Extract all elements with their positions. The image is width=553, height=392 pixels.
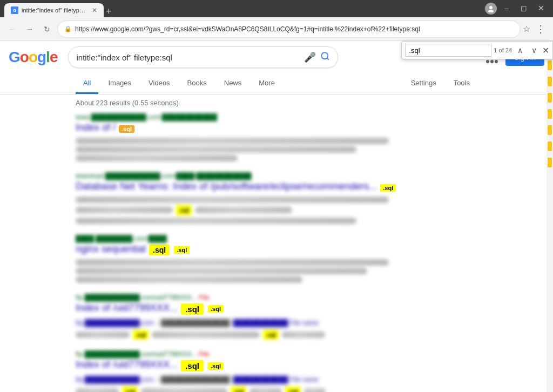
find-next-button[interactable]: ∨ xyxy=(528,44,540,56)
result-item: download.████████████.com/████/█████████… xyxy=(76,172,477,224)
result-snippet: .sql xyxy=(76,197,400,224)
result-snippet xyxy=(76,259,400,283)
result-title[interactable]: nginx sequential xyxy=(76,244,146,255)
search-box[interactable]: intitle:"index of" filetype:sql 🎤 xyxy=(68,46,338,68)
sql-badge-y5c: .sql xyxy=(231,387,246,392)
yellow-block xyxy=(548,93,552,103)
tab-images[interactable]: Images xyxy=(100,73,139,94)
sql-badge-y5a: .sql xyxy=(208,362,224,370)
tab-videos[interactable]: Videos xyxy=(141,73,178,94)
yellow-block xyxy=(548,109,552,119)
result-title[interactable]: Index of /uid7799XXX... xyxy=(76,359,178,370)
search-tabs: All Images Videos Books News More Settin… xyxy=(0,73,553,94)
find-input[interactable] xyxy=(405,44,491,57)
results-stats: About 223 results (0.55 seconds) xyxy=(76,99,477,107)
reload-button[interactable]: ↻ xyxy=(39,21,55,37)
restore-button[interactable]: ◻ xyxy=(516,3,531,13)
logo-letter-g: G xyxy=(9,49,20,65)
sql-badge-yellow2: .sql xyxy=(176,205,192,215)
tab-title: intitle:"index of" filetype:... xyxy=(22,7,86,13)
nav-buttons: ← → ↻ xyxy=(4,21,55,37)
result-snippet: ftp.████████████.com › ███████████████ █… xyxy=(76,375,400,392)
tab-news[interactable]: News xyxy=(217,73,249,94)
results-area: About 223 results (0.55 seconds) www.███… xyxy=(0,94,553,392)
sql-badge-y5b: .sql xyxy=(122,387,138,392)
secure-icon: 🔒 xyxy=(64,25,72,32)
result-title-row: nginx sequential .sql .sql xyxy=(76,244,477,257)
find-prev-button[interactable]: ∧ xyxy=(514,44,526,56)
page-content: Google intitle:"index of" filetype:sql 🎤… xyxy=(0,41,553,392)
result-item: ████.████████.com/████ nginx sequential … xyxy=(76,235,477,283)
find-close-button[interactable]: ✕ xyxy=(542,45,549,56)
svg-line-3 xyxy=(327,58,329,59)
result-title[interactable]: Index of / xyxy=(76,122,116,133)
sql-badge-y4b: .sql xyxy=(133,330,149,340)
tab-favicon: G xyxy=(11,6,18,14)
chrome-menu-button[interactable]: ⋮ xyxy=(532,21,549,37)
svg-point-2 xyxy=(322,52,328,59)
sql-badge-orange: .sql xyxy=(119,125,134,133)
result-title-row: Index of / .sql xyxy=(76,122,477,136)
profile-icon xyxy=(485,3,497,15)
mic-icon[interactable]: 🎤 xyxy=(304,51,316,63)
result-title[interactable]: Database Net Yearns: Index of /pub/softw… xyxy=(76,181,377,192)
tab-tools[interactable]: Tools xyxy=(446,73,477,94)
window-controls: – ◻ ✕ xyxy=(485,3,549,15)
sql-badge-large4: .sql xyxy=(181,303,204,315)
result-url: ████.████████.com/████ xyxy=(76,235,477,242)
result-url: ftp.████████████.com/uid7799XXX... File xyxy=(76,350,477,358)
yellow-block xyxy=(548,60,552,70)
toolbar: ← → ↻ 🔒 https://www.google.com/?gws_rd=c… xyxy=(0,17,553,41)
logo-letter-l: l xyxy=(46,49,50,65)
sql-badge-y4a: .sql xyxy=(208,305,224,313)
yellow-block xyxy=(548,125,552,135)
minimize-button[interactable]: – xyxy=(499,3,514,13)
sql-badge-large5: .sql xyxy=(181,360,204,371)
browser-tab[interactable]: G intitle:"index of" filetype:... ✕ xyxy=(4,3,104,17)
sql-badge-yellow3: .sql xyxy=(174,246,190,254)
yellow-block xyxy=(548,158,552,167)
sql-badge-y5d: .sql xyxy=(285,387,301,392)
result-title-row: Database Net Yearns: Index of /pub/softw… xyxy=(76,181,477,194)
sql-badge-large: .sql xyxy=(149,245,170,255)
tab-settings[interactable]: Settings xyxy=(403,73,444,94)
yellow-sidebar xyxy=(547,41,553,392)
yellow-block xyxy=(548,77,552,86)
search-input: intitle:"index of" filetype:sql xyxy=(76,53,304,62)
bookmark-button[interactable]: ☆ xyxy=(523,24,530,34)
tab-books[interactable]: Books xyxy=(180,73,214,94)
tab-area: G intitle:"index of" filetype:... ✕ + xyxy=(4,0,485,17)
svg-point-1 xyxy=(488,10,494,12)
address-bar[interactable]: 🔒 https://www.google.com/?gws_rd=cr,ssl&… xyxy=(57,21,521,38)
result-snippet: ftp.████████████.com › ███████████████ █… xyxy=(76,318,400,340)
google-logo: Google xyxy=(9,49,57,66)
result-item: www.████████████.com/████████████ Index … xyxy=(76,113,477,161)
result-snippet xyxy=(76,138,400,161)
sql-badge-yellow: .sql xyxy=(380,184,396,192)
address-text: https://www.google.com/?gws_rd=cr,ssl&ei… xyxy=(75,25,514,33)
titlebar: G intitle:"index of" filetype:... ✕ + – … xyxy=(0,0,553,17)
tab-more[interactable]: More xyxy=(251,73,282,94)
close-button[interactable]: ✕ xyxy=(534,3,549,13)
search-button[interactable] xyxy=(320,51,330,64)
result-title-row: Index of /uid7799XXX... .sql .sql xyxy=(76,302,477,316)
tab-all[interactable]: All xyxy=(76,73,98,94)
result-title-row: Index of /uid7799XXX... .sql .sql xyxy=(76,359,477,373)
forward-button[interactable]: → xyxy=(22,21,38,37)
svg-point-0 xyxy=(489,6,493,9)
sql-badge-y4c: .sql xyxy=(263,330,279,340)
logo-letter-e: e xyxy=(50,49,58,65)
result-url: download.████████████.com/████/█████████… xyxy=(76,172,477,180)
find-count: 1 of 24 xyxy=(494,47,512,53)
logo-letter-o1: o xyxy=(20,49,29,65)
tab-close-icon[interactable]: ✕ xyxy=(92,6,97,14)
result-item: ftp.████████████.com/uid7799XXX... File … xyxy=(76,294,477,340)
logo-letter-g2: g xyxy=(37,49,46,65)
result-item: ftp.████████████.com/uid7799XXX... File … xyxy=(76,350,477,392)
back-button[interactable]: ← xyxy=(4,21,21,37)
logo-letter-o2: o xyxy=(29,49,37,65)
yellow-block xyxy=(548,141,552,151)
result-title[interactable]: Index of /uid7799XXX... xyxy=(76,302,178,314)
result-url: ftp.████████████.com/uid7799XXX... File xyxy=(76,294,477,301)
new-tab-button[interactable]: + xyxy=(106,6,112,17)
